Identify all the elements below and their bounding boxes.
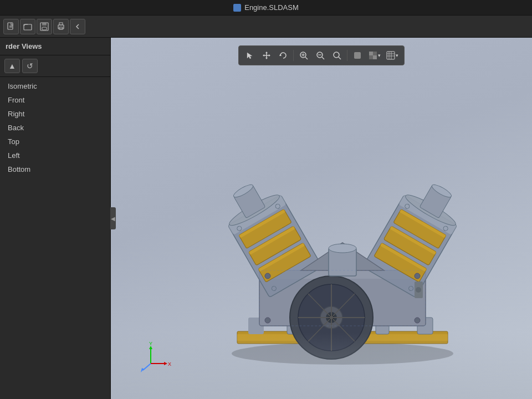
- new-button[interactable]: [3, 19, 19, 34]
- svg-point-24: [334, 52, 339, 58]
- collapse-panel-button[interactable]: [70, 19, 85, 34]
- view-item-bottom[interactable]: Bottom: [0, 162, 110, 176]
- svg-line-100: [143, 364, 151, 370]
- shaded-view-button[interactable]: [350, 48, 365, 63]
- view-item-top[interactable]: Top: [0, 135, 110, 149]
- move-up-button[interactable]: ▲: [4, 59, 20, 73]
- svg-point-92: [415, 318, 420, 323]
- app-icon: [233, 4, 241, 12]
- 3d-viewport[interactable]: ▾ ▾: [111, 38, 532, 399]
- svg-line-22: [322, 57, 324, 59]
- svg-rect-27: [369, 52, 373, 55]
- svg-point-88: [416, 287, 421, 293]
- svg-rect-30: [373, 55, 377, 59]
- view-item-back[interactable]: Back: [0, 121, 110, 135]
- svg-point-90: [415, 273, 420, 279]
- view-item-front[interactable]: Front: [0, 93, 110, 107]
- svg-text:X: X: [168, 361, 171, 367]
- svg-point-86: [329, 244, 356, 253]
- svg-rect-29: [369, 55, 373, 59]
- svg-rect-31: [387, 52, 395, 59]
- display-mode-dropdown[interactable]: ▾: [366, 50, 383, 61]
- refresh-button[interactable]: ↺: [22, 59, 38, 73]
- svg-line-25: [339, 57, 341, 59]
- svg-point-89: [265, 273, 270, 279]
- view-item-isometric[interactable]: Isometric: [0, 79, 110, 93]
- toolbar-separator-2: [347, 50, 347, 61]
- print-button[interactable]: [53, 19, 69, 34]
- svg-rect-26: [354, 52, 361, 59]
- svg-marker-13: [265, 58, 268, 59]
- axis-indicator: Y X: [139, 341, 172, 375]
- title-bar: Engine.SLDASM: [0, 0, 532, 16]
- zoom-area-button[interactable]: [296, 48, 311, 63]
- sidebar-controls: ▲ ↺: [0, 55, 110, 77]
- svg-marker-15: [269, 54, 270, 57]
- sidebar-title: rder Views: [0, 38, 110, 55]
- svg-marker-12: [265, 52, 268, 53]
- toolbar-separator-1: [293, 50, 294, 61]
- main-toolbar: [0, 16, 532, 38]
- view-item-right[interactable]: Right: [0, 107, 110, 121]
- zoom-fit-button[interactable]: [329, 48, 345, 63]
- rotate-tool-button[interactable]: [275, 48, 291, 63]
- view-item-left[interactable]: Left: [0, 149, 110, 162]
- svg-rect-6: [42, 27, 47, 30]
- section-view-dropdown[interactable]: ▾: [384, 50, 401, 61]
- svg-rect-5: [42, 23, 47, 25]
- svg-rect-3: [24, 24, 32, 30]
- svg-line-18: [305, 57, 308, 59]
- engine-model-display: [204, 99, 481, 365]
- pan-tool-button[interactable]: [259, 48, 274, 63]
- svg-text:Y: Y: [149, 341, 152, 346]
- window-title: Engine.SLDASM: [244, 3, 299, 12]
- sidebar: rder Views ▲ ↺ Isometric Front Right Bac…: [0, 38, 111, 399]
- open-button[interactable]: [20, 19, 35, 34]
- zoom-out-button[interactable]: [313, 48, 328, 63]
- sidebar-collapse-handle[interactable]: ◀: [110, 207, 116, 229]
- svg-rect-28: [373, 52, 377, 55]
- select-tool-button[interactable]: [242, 48, 258, 63]
- svg-marker-98: [164, 362, 167, 365]
- display-mode-arrow: ▾: [378, 53, 381, 58]
- view-toolbar: ▾ ▾: [238, 45, 405, 65]
- save-button[interactable]: [37, 19, 52, 34]
- svg-point-91: [265, 318, 270, 323]
- section-view-arrow: ▾: [396, 53, 398, 58]
- svg-marker-14: [263, 54, 264, 57]
- main-area: rder Views ▲ ↺ Isometric Front Right Bac…: [0, 38, 532, 399]
- view-list: Isometric Front Right Back Top Left Bott…: [0, 77, 110, 178]
